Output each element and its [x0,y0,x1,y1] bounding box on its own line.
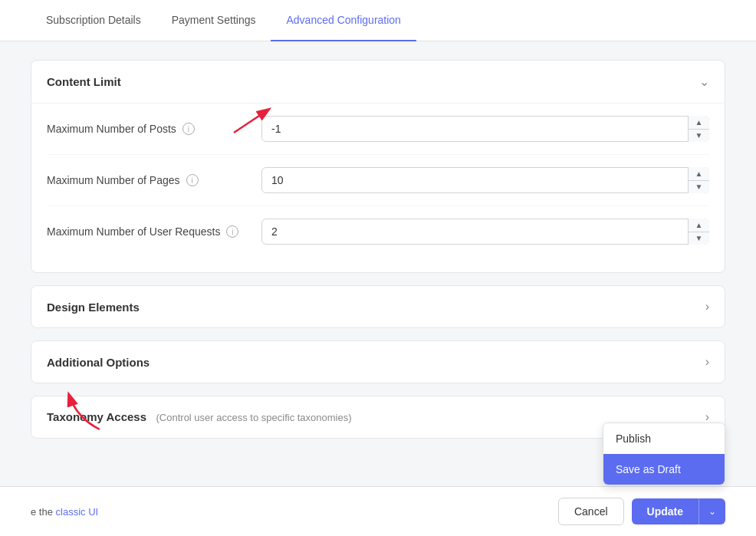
update-dropdown: Publish Save as Draft [603,423,725,485]
spin-up-max-user-requests[interactable]: ▲ [689,219,709,232]
spin-down-max-posts[interactable]: ▼ [689,130,709,143]
spin-buttons-max-pages: ▲ ▼ [688,167,709,193]
section-taxonomy-access-title: Taxonomy Access [47,410,146,423]
info-icon-max-posts[interactable]: i [182,123,195,135]
input-max-pages[interactable] [261,167,709,193]
spin-down-max-user-requests[interactable]: ▼ [689,232,709,245]
footer-right: Publish Save as Draft Cancel Update ⌄ [558,498,725,525]
spin-up-max-pages[interactable]: ▲ [689,167,709,181]
form-row-max-user-requests: Maximum Number of User Requests i ▲ ▼ [47,206,709,257]
form-row-max-pages: Maximum Number of Pages i ▲ ▼ [47,155,709,206]
input-wrap-max-pages: ▲ ▼ [261,167,709,193]
footer-prefix: e the [31,506,56,518]
info-icon-max-pages[interactable]: i [186,174,199,186]
section-content-limit: Content Limit ⌄ Maximum Number of Posts … [31,60,725,273]
update-dropdown-toggle[interactable]: ⌄ [698,498,725,524]
section-content-limit-title: Content Limit [47,75,121,88]
update-button[interactable]: Update [632,498,698,524]
footer: e the classic UI Publish Save as Draft C… [0,486,756,536]
section-content-limit-body: Maximum Number of Posts i ▲ ▼ Maximum Nu… [31,103,725,272]
section-content-limit-header[interactable]: Content Limit ⌄ [31,61,725,103]
spin-buttons-max-posts: ▲ ▼ [688,116,709,142]
tab-payment-settings[interactable]: Payment Settings [156,0,271,41]
update-button-group: Update ⌄ [632,498,725,524]
section-additional-options-header[interactable]: Additional Options › [31,341,725,383]
section-design-elements-header[interactable]: Design Elements › [31,286,725,327]
info-icon-max-user-requests[interactable]: i [226,225,238,238]
spin-buttons-max-user-requests: ▲ ▼ [688,219,709,245]
dropdown-item-publish[interactable]: Publish [603,423,725,454]
section-additional-options-title: Additional Options [47,356,150,369]
spin-down-max-pages[interactable]: ▼ [689,181,709,194]
tab-bar: Subscription Details Payment Settings Ad… [0,0,756,41]
dropdown-item-save-draft[interactable]: Save as Draft [603,454,725,485]
chevron-right-icon-options: › [705,355,709,369]
footer-left: e the classic UI [31,506,98,518]
tab-advanced-configuration[interactable]: Advanced Configuration [271,0,416,41]
input-max-user-requests[interactable] [261,219,709,245]
label-max-user-requests: Maximum Number of User Requests i [47,225,261,238]
spin-up-max-posts[interactable]: ▲ [689,116,709,130]
input-max-posts[interactable] [261,116,709,142]
input-wrap-max-posts: ▲ ▼ [261,116,709,142]
section-design-elements: Design Elements › [31,285,725,328]
cancel-button[interactable]: Cancel [558,498,624,525]
form-row-max-posts: Maximum Number of Posts i ▲ ▼ [47,104,709,155]
chevron-right-icon-design: › [705,300,709,314]
classic-ui-link[interactable]: classic UI [56,506,99,518]
chevron-down-icon: ⌄ [699,74,709,89]
section-design-elements-title: Design Elements [47,301,140,314]
section-taxonomy-access-subtitle: (Control user access to specific taxonom… [156,412,352,423]
label-max-posts: Maximum Number of Posts i [47,123,261,135]
taxonomy-header-left: Taxonomy Access (Control user access to … [47,410,352,424]
tab-subscription-details[interactable]: Subscription Details [31,0,156,41]
section-additional-options: Additional Options › [31,340,725,383]
input-wrap-max-user-requests: ▲ ▼ [261,219,709,245]
label-max-pages: Maximum Number of Pages i [47,174,261,186]
